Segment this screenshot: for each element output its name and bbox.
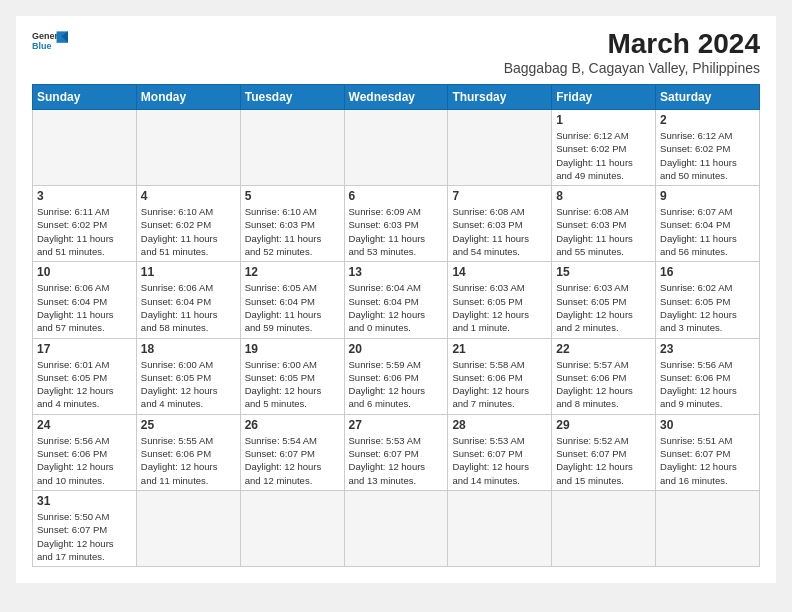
calendar-cell bbox=[448, 490, 552, 566]
calendar-cell: 12Sunrise: 6:05 AM Sunset: 6:04 PM Dayli… bbox=[240, 262, 344, 338]
calendar-cell: 21Sunrise: 5:58 AM Sunset: 6:06 PM Dayli… bbox=[448, 338, 552, 414]
day-info: Sunrise: 5:50 AM Sunset: 6:07 PM Dayligh… bbox=[37, 510, 132, 563]
day-number: 11 bbox=[141, 265, 236, 279]
calendar-cell bbox=[240, 490, 344, 566]
calendar-cell: 13Sunrise: 6:04 AM Sunset: 6:04 PM Dayli… bbox=[344, 262, 448, 338]
calendar-page: General Blue March 2024 Baggabag B, Caga… bbox=[16, 16, 776, 583]
day-info: Sunrise: 5:53 AM Sunset: 6:07 PM Dayligh… bbox=[349, 434, 444, 487]
month-year: March 2024 bbox=[504, 28, 760, 60]
day-info: Sunrise: 6:05 AM Sunset: 6:04 PM Dayligh… bbox=[245, 281, 340, 334]
calendar-week-4: 24Sunrise: 5:56 AM Sunset: 6:06 PM Dayli… bbox=[33, 414, 760, 490]
day-info: Sunrise: 6:10 AM Sunset: 6:03 PM Dayligh… bbox=[245, 205, 340, 258]
day-info: Sunrise: 6:06 AM Sunset: 6:04 PM Dayligh… bbox=[141, 281, 236, 334]
calendar-cell: 6Sunrise: 6:09 AM Sunset: 6:03 PM Daylig… bbox=[344, 186, 448, 262]
calendar-week-5: 31Sunrise: 5:50 AM Sunset: 6:07 PM Dayli… bbox=[33, 490, 760, 566]
calendar-cell bbox=[552, 490, 656, 566]
day-info: Sunrise: 6:03 AM Sunset: 6:05 PM Dayligh… bbox=[556, 281, 651, 334]
calendar-cell: 22Sunrise: 5:57 AM Sunset: 6:06 PM Dayli… bbox=[552, 338, 656, 414]
calendar-cell: 20Sunrise: 5:59 AM Sunset: 6:06 PM Dayli… bbox=[344, 338, 448, 414]
calendar-cell: 18Sunrise: 6:00 AM Sunset: 6:05 PM Dayli… bbox=[136, 338, 240, 414]
calendar-cell: 27Sunrise: 5:53 AM Sunset: 6:07 PM Dayli… bbox=[344, 414, 448, 490]
day-number: 5 bbox=[245, 189, 340, 203]
calendar-cell: 14Sunrise: 6:03 AM Sunset: 6:05 PM Dayli… bbox=[448, 262, 552, 338]
day-info: Sunrise: 6:01 AM Sunset: 6:05 PM Dayligh… bbox=[37, 358, 132, 411]
calendar-cell: 1Sunrise: 6:12 AM Sunset: 6:02 PM Daylig… bbox=[552, 110, 656, 186]
logo: General Blue bbox=[32, 28, 68, 56]
day-number: 22 bbox=[556, 342, 651, 356]
day-info: Sunrise: 5:55 AM Sunset: 6:06 PM Dayligh… bbox=[141, 434, 236, 487]
header: General Blue March 2024 Baggabag B, Caga… bbox=[32, 28, 760, 76]
day-info: Sunrise: 5:56 AM Sunset: 6:06 PM Dayligh… bbox=[660, 358, 755, 411]
day-header-monday: Monday bbox=[136, 85, 240, 110]
day-number: 13 bbox=[349, 265, 444, 279]
calendar-cell: 2Sunrise: 6:12 AM Sunset: 6:02 PM Daylig… bbox=[656, 110, 760, 186]
day-info: Sunrise: 5:51 AM Sunset: 6:07 PM Dayligh… bbox=[660, 434, 755, 487]
calendar-cell: 4Sunrise: 6:10 AM Sunset: 6:02 PM Daylig… bbox=[136, 186, 240, 262]
day-number: 8 bbox=[556, 189, 651, 203]
day-number: 20 bbox=[349, 342, 444, 356]
calendar-cell bbox=[240, 110, 344, 186]
day-number: 23 bbox=[660, 342, 755, 356]
calendar-cell bbox=[344, 490, 448, 566]
day-number: 31 bbox=[37, 494, 132, 508]
calendar-table: SundayMondayTuesdayWednesdayThursdayFrid… bbox=[32, 84, 760, 567]
day-number: 14 bbox=[452, 265, 547, 279]
calendar-cell: 19Sunrise: 6:00 AM Sunset: 6:05 PM Dayli… bbox=[240, 338, 344, 414]
day-number: 25 bbox=[141, 418, 236, 432]
day-number: 29 bbox=[556, 418, 651, 432]
calendar-cell: 9Sunrise: 6:07 AM Sunset: 6:04 PM Daylig… bbox=[656, 186, 760, 262]
day-info: Sunrise: 6:00 AM Sunset: 6:05 PM Dayligh… bbox=[141, 358, 236, 411]
calendar-cell bbox=[448, 110, 552, 186]
day-number: 24 bbox=[37, 418, 132, 432]
day-info: Sunrise: 6:12 AM Sunset: 6:02 PM Dayligh… bbox=[660, 129, 755, 182]
day-info: Sunrise: 5:53 AM Sunset: 6:07 PM Dayligh… bbox=[452, 434, 547, 487]
calendar-cell: 10Sunrise: 6:06 AM Sunset: 6:04 PM Dayli… bbox=[33, 262, 137, 338]
day-number: 4 bbox=[141, 189, 236, 203]
day-number: 30 bbox=[660, 418, 755, 432]
day-info: Sunrise: 5:58 AM Sunset: 6:06 PM Dayligh… bbox=[452, 358, 547, 411]
day-number: 6 bbox=[349, 189, 444, 203]
calendar-cell: 11Sunrise: 6:06 AM Sunset: 6:04 PM Dayli… bbox=[136, 262, 240, 338]
calendar-cell: 29Sunrise: 5:52 AM Sunset: 6:07 PM Dayli… bbox=[552, 414, 656, 490]
day-header-wednesday: Wednesday bbox=[344, 85, 448, 110]
calendar-cell bbox=[656, 490, 760, 566]
calendar-cell: 16Sunrise: 6:02 AM Sunset: 6:05 PM Dayli… bbox=[656, 262, 760, 338]
day-number: 26 bbox=[245, 418, 340, 432]
day-info: Sunrise: 6:06 AM Sunset: 6:04 PM Dayligh… bbox=[37, 281, 132, 334]
day-number: 17 bbox=[37, 342, 132, 356]
calendar-week-3: 17Sunrise: 6:01 AM Sunset: 6:05 PM Dayli… bbox=[33, 338, 760, 414]
title-block: March 2024 Baggabag B, Cagayan Valley, P… bbox=[504, 28, 760, 76]
day-number: 3 bbox=[37, 189, 132, 203]
calendar-cell: 23Sunrise: 5:56 AM Sunset: 6:06 PM Dayli… bbox=[656, 338, 760, 414]
day-info: Sunrise: 6:04 AM Sunset: 6:04 PM Dayligh… bbox=[349, 281, 444, 334]
day-info: Sunrise: 6:12 AM Sunset: 6:02 PM Dayligh… bbox=[556, 129, 651, 182]
day-header-friday: Friday bbox=[552, 85, 656, 110]
day-info: Sunrise: 6:07 AM Sunset: 6:04 PM Dayligh… bbox=[660, 205, 755, 258]
generalblue-logo-icon: General Blue bbox=[32, 28, 68, 56]
day-number: 27 bbox=[349, 418, 444, 432]
day-number: 21 bbox=[452, 342, 547, 356]
day-number: 9 bbox=[660, 189, 755, 203]
calendar-cell: 8Sunrise: 6:08 AM Sunset: 6:03 PM Daylig… bbox=[552, 186, 656, 262]
day-info: Sunrise: 5:52 AM Sunset: 6:07 PM Dayligh… bbox=[556, 434, 651, 487]
calendar-week-2: 10Sunrise: 6:06 AM Sunset: 6:04 PM Dayli… bbox=[33, 262, 760, 338]
calendar-cell: 3Sunrise: 6:11 AM Sunset: 6:02 PM Daylig… bbox=[33, 186, 137, 262]
day-number: 12 bbox=[245, 265, 340, 279]
calendar-week-0: 1Sunrise: 6:12 AM Sunset: 6:02 PM Daylig… bbox=[33, 110, 760, 186]
calendar-cell: 15Sunrise: 6:03 AM Sunset: 6:05 PM Dayli… bbox=[552, 262, 656, 338]
day-number: 19 bbox=[245, 342, 340, 356]
calendar-week-1: 3Sunrise: 6:11 AM Sunset: 6:02 PM Daylig… bbox=[33, 186, 760, 262]
day-header-saturday: Saturday bbox=[656, 85, 760, 110]
calendar-cell: 25Sunrise: 5:55 AM Sunset: 6:06 PM Dayli… bbox=[136, 414, 240, 490]
day-number: 7 bbox=[452, 189, 547, 203]
day-number: 2 bbox=[660, 113, 755, 127]
day-info: Sunrise: 5:54 AM Sunset: 6:07 PM Dayligh… bbox=[245, 434, 340, 487]
day-header-tuesday: Tuesday bbox=[240, 85, 344, 110]
calendar-cell: 31Sunrise: 5:50 AM Sunset: 6:07 PM Dayli… bbox=[33, 490, 137, 566]
calendar-cell bbox=[136, 110, 240, 186]
day-info: Sunrise: 6:09 AM Sunset: 6:03 PM Dayligh… bbox=[349, 205, 444, 258]
location: Baggabag B, Cagayan Valley, Philippines bbox=[504, 60, 760, 76]
day-info: Sunrise: 6:00 AM Sunset: 6:05 PM Dayligh… bbox=[245, 358, 340, 411]
calendar-cell: 24Sunrise: 5:56 AM Sunset: 6:06 PM Dayli… bbox=[33, 414, 137, 490]
calendar-cell: 30Sunrise: 5:51 AM Sunset: 6:07 PM Dayli… bbox=[656, 414, 760, 490]
